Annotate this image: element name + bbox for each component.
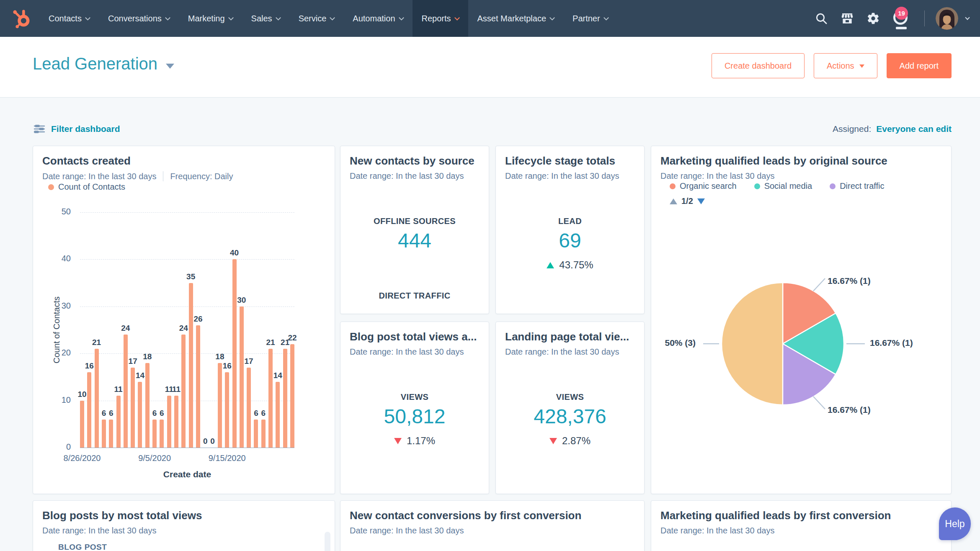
gridline — [80, 259, 294, 260]
nav-item-reports[interactable]: Reports — [413, 0, 468, 37]
create-dashboard-button[interactable]: Create dashboard — [712, 53, 805, 78]
pie-slice-label: 16.67% (1) — [828, 276, 871, 286]
legend-dot — [48, 184, 54, 190]
bar[interactable] — [218, 363, 222, 448]
gridline — [80, 401, 294, 401]
card-title[interactable]: Landing page total vie... — [505, 330, 629, 343]
card-lifecycle-stage-totals: Lifecycle stage totals Date range: In th… — [495, 146, 645, 314]
nav-item-sales[interactable]: Sales — [242, 0, 289, 37]
bar[interactable] — [196, 325, 200, 448]
bar[interactable] — [247, 368, 251, 448]
assigned-value-link[interactable]: Everyone can edit — [876, 124, 952, 134]
nav-item-asset-marketplace[interactable]: Asset Marketplace — [468, 0, 564, 37]
delta-value: 43.75% — [559, 259, 593, 271]
bar[interactable] — [225, 372, 229, 448]
actions-label: Actions — [827, 61, 854, 71]
date-range-label: Date range: In the last 30 days — [350, 526, 464, 536]
nav-item-service[interactable]: Service — [289, 0, 344, 37]
bar[interactable] — [283, 349, 287, 448]
search-icon[interactable] — [814, 11, 828, 26]
add-report-button[interactable]: Add report — [887, 53, 952, 78]
bar[interactable] — [189, 283, 193, 448]
x-axis-line — [80, 448, 294, 448]
card-title[interactable]: New contacts by source — [350, 154, 475, 167]
bar[interactable] — [87, 372, 91, 448]
nav-item-automation[interactable]: Automation — [343, 0, 412, 37]
bar-value-label: 10 — [77, 390, 86, 399]
bar-value-label: 0 — [203, 437, 208, 446]
bar[interactable] — [261, 420, 266, 448]
delta-value: 2.87% — [562, 435, 591, 447]
bar[interactable] — [116, 396, 121, 448]
bar[interactable] — [240, 306, 244, 448]
card-title[interactable]: Contacts created — [42, 154, 131, 167]
card-contacts-created: Contacts created Date range: In the last… — [33, 146, 335, 494]
metric-delta: 2.87% — [496, 435, 644, 447]
bar[interactable] — [174, 396, 178, 448]
bar[interactable] — [145, 363, 150, 448]
nav-item-marketing[interactable]: Marketing — [179, 0, 242, 37]
nav-menu: ContactsConversationsMarketingSalesServi… — [39, 0, 617, 37]
bar[interactable] — [109, 420, 113, 448]
nav-item-partner[interactable]: Partner — [563, 0, 617, 37]
nav-item-conversations[interactable]: Conversations — [99, 0, 179, 37]
actions-caret-down-icon — [859, 64, 864, 68]
bar[interactable] — [181, 335, 186, 448]
bar-value-label: 14 — [273, 371, 282, 380]
bar[interactable] — [254, 420, 258, 448]
bar[interactable] — [124, 335, 128, 448]
header-buttons: Create dashboard Actions Add report — [712, 53, 952, 78]
card-title[interactable]: New contact conversions by first convers… — [350, 509, 581, 522]
card-meta: Date range: In the last 30 days Frequenc… — [42, 171, 233, 181]
bar[interactable] — [131, 368, 135, 448]
bar-value-label: 0 — [210, 437, 215, 446]
nav-item-contacts[interactable]: Contacts — [39, 0, 99, 37]
hubspot-logo-icon[interactable] — [11, 8, 33, 29]
card-mql-by-original-source: Marketing qualified leads by original so… — [651, 146, 952, 494]
y-tick-label: 30 — [44, 301, 71, 311]
bar[interactable] — [290, 344, 294, 448]
filter-dashboard-label: Filter dashboard — [51, 124, 120, 134]
card-title[interactable]: Lifecycle stage totals — [505, 154, 615, 167]
metric-value: 428,376 — [496, 402, 644, 432]
bar-value-label: 18 — [143, 352, 152, 361]
card-title[interactable]: Blog post total views a... — [350, 330, 477, 343]
bar[interactable] — [167, 396, 171, 448]
card-title[interactable]: Marketing qualified leads by first conve… — [660, 509, 891, 522]
actions-button[interactable]: Actions — [814, 53, 877, 78]
filter-dashboard-button[interactable]: Filter dashboard — [34, 124, 120, 134]
bar[interactable] — [276, 382, 280, 448]
bar-value-label: 6 — [109, 409, 113, 418]
settings-gear-icon[interactable] — [866, 11, 880, 26]
help-button[interactable]: Help — [939, 507, 971, 540]
bar[interactable] — [160, 420, 164, 448]
date-range-label: Date range: In the last 30 days — [660, 526, 774, 536]
bar-value-label: 6 — [160, 409, 164, 418]
card-title[interactable]: Blog posts by most total views — [42, 509, 202, 522]
nav-item-label: Conversations — [108, 14, 162, 23]
user-avatar[interactable] — [936, 7, 958, 30]
notifications-icon[interactable]: 19 — [890, 7, 913, 30]
bar[interactable] — [232, 259, 237, 448]
pie-slice[interactable] — [722, 283, 783, 405]
bar[interactable] — [152, 420, 157, 448]
marketplace-icon[interactable] — [840, 11, 854, 26]
account-chevron-down-icon[interactable] — [965, 15, 970, 20]
bar[interactable] — [95, 349, 99, 448]
bar[interactable] — [138, 382, 142, 448]
chevron-down-icon — [603, 15, 609, 21]
dashboard-title-dropdown[interactable]: Lead Generation — [33, 54, 174, 73]
metric-delta: 43.75% — [496, 259, 644, 271]
card-mql-by-first-conversion: Marketing qualified leads by first conve… — [651, 500, 952, 551]
bar-chart-legend[interactable]: Count of Contacts — [48, 182, 125, 192]
bar[interactable] — [102, 420, 106, 448]
card-scrollbar[interactable] — [325, 532, 330, 551]
date-range-label: Date range: In the last 30 days — [505, 347, 619, 357]
notification-badge: 19 — [895, 7, 908, 20]
bar[interactable] — [80, 401, 84, 448]
delta-up-icon — [547, 262, 554, 268]
bar-value-label: 40 — [230, 248, 239, 257]
y-tick-label: 10 — [44, 395, 71, 405]
nav-item-label: Contacts — [49, 14, 82, 23]
bar[interactable] — [268, 349, 273, 448]
